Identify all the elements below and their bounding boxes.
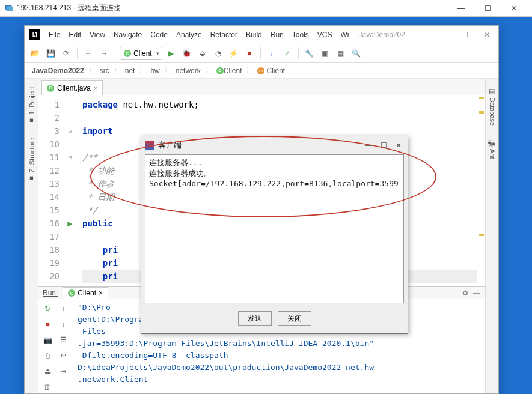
method-icon: m <box>257 67 264 74</box>
menu-view[interactable]: View <box>86 29 109 41</box>
rdp-icon <box>5 4 13 13</box>
run-config-label: Client <box>133 49 152 58</box>
ide-close-button[interactable]: ✕ <box>484 31 490 39</box>
breadcrumb: JavaDemo2022 〉 src 〉 net 〉 hw 〉 network … <box>25 63 498 79</box>
run-button[interactable]: ▶ <box>165 47 178 60</box>
rerun-icon[interactable]: ↻ <box>41 303 54 315</box>
menu-window[interactable]: Wi <box>337 29 352 41</box>
menu-refactor[interactable]: Refactor <box>207 29 241 41</box>
intellij-logo-icon: IJ <box>29 29 40 40</box>
crumb-item[interactable]: hw <box>148 67 162 75</box>
dialog-title: 客户端 <box>158 140 365 151</box>
search-icon[interactable]: 🔍 <box>350 47 363 60</box>
crumb-item[interactable]: m Client <box>255 67 287 75</box>
main-toolbar: 📂 💾 ⟳ ← → C Client ▶ 🐞 ⬙ ◔ ⚡ ■ ↓ ✓ 🔧 ▣ ▦… <box>25 44 498 63</box>
crumb-root[interactable]: JavaDemo2022 <box>29 67 87 75</box>
stop-button[interactable]: ■ <box>243 47 256 60</box>
stop-icon[interactable]: ■ <box>41 318 54 330</box>
forward-icon[interactable]: → <box>97 47 111 60</box>
menu-analyze[interactable]: Analyze <box>173 29 206 41</box>
menu-build[interactable]: Build <box>242 29 266 41</box>
structure-icon[interactable]: ▣ <box>319 47 332 60</box>
close-icon[interactable]: × <box>99 289 103 297</box>
attach-icon[interactable]: ⚡ <box>227 47 240 60</box>
open-icon[interactable]: 📂 <box>28 47 41 60</box>
crumb-item[interactable]: C Client <box>214 67 245 75</box>
class-icon: C <box>124 50 131 57</box>
crumb-item[interactable]: net <box>123 67 138 75</box>
editor-tabs: C Client.java × <box>38 79 485 95</box>
dialog-maximize-button[interactable]: ☐ <box>381 141 387 150</box>
debug-button[interactable]: 🐞 <box>180 47 194 60</box>
class-icon: C <box>68 289 75 297</box>
vcs-commit-icon[interactable]: ✓ <box>281 47 294 60</box>
up-icon[interactable]: ↑ <box>57 303 69 315</box>
down-icon[interactable]: ↓ <box>57 318 69 330</box>
wrench-icon[interactable]: 🔧 <box>303 47 316 60</box>
svg-rect-1 <box>7 6 13 11</box>
coverage-button[interactable]: ⬙ <box>196 47 209 60</box>
menu-tools[interactable]: Tools <box>289 29 313 41</box>
overview-ruler[interactable] <box>477 95 485 286</box>
close-button[interactable]: 关闭 <box>278 311 311 326</box>
menu-navigate[interactable]: Navigate <box>110 29 145 41</box>
save-icon[interactable]: 💾 <box>44 47 57 60</box>
structure-toolwindow-tab[interactable]: ■ Z: Structure <box>25 134 38 185</box>
settings-icon[interactable]: ▦ <box>334 47 347 60</box>
filter-icon[interactable]: ☰ <box>57 334 69 346</box>
rdp-titlebar: 192.168.214.213 - 远程桌面连接 — ☐ ✕ <box>0 0 532 17</box>
fold-icon[interactable]: ⊟ <box>64 151 76 164</box>
print-icon[interactable]: ⎙ <box>41 350 54 362</box>
crumb-item[interactable]: src <box>97 67 112 75</box>
run-side-toolbar: ↻ ↑ ■ ↓ 📷 ☰ ⎙ ↩ ⏏ ⇥ 🗑 <box>38 299 73 394</box>
editor-tab[interactable]: C Client.java × <box>41 80 103 95</box>
run-label: Run: <box>43 289 58 297</box>
database-toolwindow-tab[interactable]: ▤ Database <box>486 83 498 129</box>
send-button[interactable]: 发送 <box>238 311 272 326</box>
dialog-close-button[interactable]: ✕ <box>396 141 402 150</box>
right-tool-strip: ▤ Database 🐜 Ant <box>485 79 498 393</box>
menu-edit[interactable]: Edit <box>65 29 85 41</box>
ant-toolwindow-tab[interactable]: 🐜 Ant <box>486 135 498 163</box>
trash-icon[interactable]: 🗑 <box>41 381 54 393</box>
run-gutter-icon[interactable]: ▶ <box>64 217 76 230</box>
hide-icon[interactable]: — <box>473 289 480 297</box>
menu-code[interactable]: Code <box>147 29 171 41</box>
fold-icon[interactable]: ⊞ <box>64 124 76 138</box>
scroll-icon[interactable]: ⇥ <box>57 365 69 377</box>
dialog-textarea[interactable]: 连接服务器... 连接服务器成功。 Socket[addr=/192.168.1… <box>145 154 404 303</box>
profile-button[interactable]: ◔ <box>212 47 225 60</box>
refresh-icon[interactable]: ⟳ <box>60 47 73 60</box>
menu-file[interactable]: File <box>45 29 64 41</box>
close-tab-icon[interactable]: × <box>94 85 97 92</box>
rdp-maximize-button[interactable]: ☐ <box>474 0 501 17</box>
dialog-minimize-button[interactable]: — <box>365 141 372 150</box>
main-menubar: File Edit View Navigate Code Analyze Ref… <box>45 29 352 41</box>
gear-icon[interactable]: ✿ <box>462 289 468 297</box>
ide-maximize-button[interactable]: ☐ <box>466 31 473 39</box>
exit-icon[interactable]: ⏏ <box>41 365 54 377</box>
ide-titlebar: IJ File Edit View Navigate Code Analyze … <box>25 26 498 44</box>
run-config-select[interactable]: C Client <box>120 47 162 60</box>
run-tab[interactable]: C Client × <box>63 287 108 299</box>
menu-run[interactable]: Run <box>267 29 287 41</box>
fold-gutter: ⊞ ⊟ ▶ <box>64 95 76 286</box>
rdp-minimize-button[interactable]: — <box>448 0 474 17</box>
camera-icon[interactable]: 📷 <box>41 334 54 346</box>
java-icon <box>145 141 154 150</box>
rdp-title: 192.168.214.213 - 远程桌面连接 <box>17 3 448 13</box>
class-icon: C <box>47 85 54 92</box>
vcs-update-icon[interactable]: ↓ <box>265 47 278 60</box>
project-toolwindow-tab[interactable]: ■ 1: Project <box>25 83 38 128</box>
ide-project-label: JavaDemo202 <box>358 31 405 39</box>
rdp-close-button[interactable]: ✕ <box>501 0 527 17</box>
client-dialog: 客户端 — ☐ ✕ 连接服务器... 连接服务器成功。 Socket[addr=… <box>141 136 408 334</box>
wrap-icon[interactable]: ↩ <box>57 350 69 362</box>
class-icon: C <box>216 67 224 74</box>
crumb-item[interactable]: network <box>173 67 203 75</box>
line-gutter: 123 101112 131415 161718 1920 <box>38 95 64 286</box>
dialog-titlebar[interactable]: 客户端 — ☐ ✕ <box>141 136 408 154</box>
ide-minimize-button[interactable]: — <box>448 31 456 39</box>
back-icon[interactable]: ← <box>82 47 95 60</box>
menu-vcs[interactable]: VCS <box>314 29 336 41</box>
